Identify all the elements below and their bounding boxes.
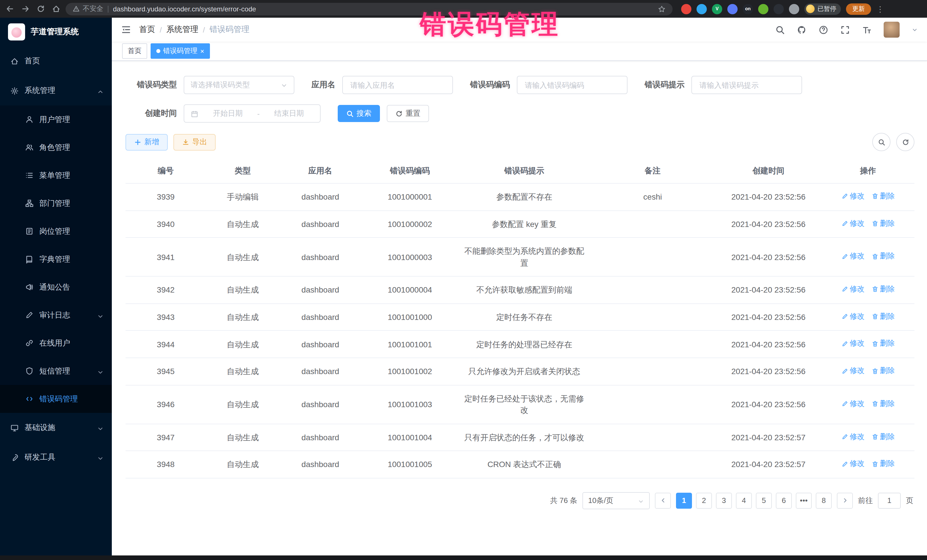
search-icon[interactable] (775, 25, 785, 35)
search-icon (346, 110, 354, 117)
user-avatar[interactable] (884, 22, 900, 38)
edit-link[interactable]: 修改 (841, 399, 865, 410)
sidebar-item-dept-management[interactable]: 部门管理 (0, 189, 112, 217)
column-header: 应用名 (280, 159, 361, 183)
next-page-button[interactable] (837, 493, 853, 509)
extension-icon[interactable] (789, 4, 799, 14)
extension-icon[interactable]: V (712, 4, 722, 14)
show-search-button[interactable] (872, 133, 891, 151)
profile-paused-badge[interactable]: 已暂停 (804, 3, 841, 15)
help-icon[interactable] (819, 25, 828, 35)
sidebar-item-dev-tools[interactable]: 研发工具 (0, 443, 112, 472)
cell-type: 自动生成 (206, 451, 280, 478)
cell-memo (590, 331, 715, 358)
fullscreen-icon[interactable] (840, 25, 850, 35)
extension-icon[interactable] (696, 4, 707, 14)
page-button[interactable]: 8 (816, 493, 832, 509)
error-hint-input[interactable] (698, 80, 795, 90)
back-icon[interactable] (6, 5, 14, 13)
delete-link[interactable]: 删除 (871, 431, 895, 442)
edit-link[interactable]: 修改 (841, 251, 865, 262)
delete-link[interactable]: 删除 (871, 191, 895, 202)
error-code-table: 编号类型应用名错误码编码错误码提示备注创建时间操作 3939手动编辑dashbo… (126, 159, 915, 478)
delete-link[interactable]: 删除 (871, 251, 895, 262)
error-code-input[interactable] (524, 80, 621, 90)
edit-link[interactable]: 修改 (841, 458, 865, 469)
edit-link[interactable]: 修改 (841, 431, 865, 442)
cell-error-message: 定时任务的处理器已经存在 (459, 331, 590, 358)
link-icon (25, 339, 33, 347)
reset-button[interactable]: 重置 (387, 105, 429, 122)
reload-icon[interactable] (36, 5, 45, 13)
app-name-input[interactable] (349, 80, 446, 90)
chevron-down-icon (97, 454, 104, 461)
create-time-range-picker[interactable]: 开始日期 - 结束日期 (184, 104, 321, 123)
sidebar-item-home[interactable]: 首页 (0, 46, 112, 76)
delete-link[interactable]: 删除 (871, 218, 895, 229)
sidebar-item-notice[interactable]: 通知公告 (0, 273, 112, 301)
delete-link[interactable]: 删除 (871, 366, 895, 376)
security-warning[interactable]: 不安全 (73, 4, 103, 14)
edit-link[interactable]: 修改 (841, 338, 865, 349)
breadcrumb-system[interactable]: 系统管理 (166, 24, 198, 35)
home-icon[interactable] (52, 5, 61, 13)
github-icon[interactable] (797, 25, 807, 35)
font-size-icon[interactable] (862, 25, 872, 35)
delete-link[interactable]: 删除 (871, 338, 895, 349)
address-bar[interactable]: 不安全 dashboard.yudao.iocoder.cn/system/er… (65, 3, 673, 15)
close-icon[interactable]: × (200, 48, 204, 55)
extension-icon[interactable] (774, 4, 784, 14)
sidebar-item-system-management[interactable]: 系统管理 (0, 76, 112, 106)
page-button[interactable]: 3 (716, 493, 732, 509)
edit-link[interactable]: 修改 (841, 366, 865, 376)
edit-link[interactable]: 修改 (841, 284, 865, 295)
sidebar-item-sms-management[interactable]: 短信管理 (0, 357, 112, 385)
delete-link[interactable]: 删除 (871, 311, 895, 322)
refresh-table-button[interactable] (896, 133, 915, 151)
page-size-select[interactable]: 10条/页 (582, 492, 650, 509)
sidebar-item-user-management[interactable]: 用户管理 (0, 106, 112, 134)
edit-link[interactable]: 修改 (841, 218, 865, 229)
page-button[interactable]: 6 (776, 493, 792, 509)
add-button[interactable]: 新增 (126, 134, 168, 150)
sidebar-item-infrastructure[interactable]: 基础设施 (0, 413, 112, 443)
sidebar-item-menu-management[interactable]: 菜单管理 (0, 161, 112, 189)
browser-update-button[interactable]: 更新 (846, 3, 871, 15)
sidebar-item-online-users[interactable]: 在线用户 (0, 329, 112, 357)
trash-icon (871, 253, 878, 260)
sidebar-item-audit-log[interactable]: 审计日志 (0, 301, 112, 329)
forward-icon[interactable] (21, 5, 30, 13)
extension-icon[interactable] (727, 4, 738, 14)
chevron-down-icon[interactable] (912, 24, 918, 35)
sidebar-item-dict-management[interactable]: 字典管理 (0, 245, 112, 273)
page-button[interactable]: 2 (696, 493, 712, 509)
sidebar-toggle-icon[interactable] (121, 24, 131, 35)
prev-page-button[interactable] (655, 493, 671, 509)
cell-operations: 修改删除 (821, 304, 915, 331)
page-button[interactable]: 1 (676, 493, 692, 509)
sidebar-item-post-management[interactable]: 岗位管理 (0, 217, 112, 245)
error-type-select[interactable]: 请选择错误码类型 (184, 76, 294, 94)
delete-link[interactable]: 删除 (871, 284, 895, 295)
edit-link[interactable]: 修改 (841, 191, 865, 202)
search-button[interactable]: 搜索 (338, 105, 380, 122)
delete-link[interactable]: 删除 (871, 458, 895, 469)
edit-link[interactable]: 修改 (841, 311, 865, 322)
breadcrumb-home[interactable]: 首页 (139, 24, 155, 35)
extension-icon[interactable]: on (743, 4, 753, 14)
extension-icon[interactable] (758, 4, 768, 14)
tab-home[interactable]: 首页 (122, 43, 147, 59)
page-button[interactable]: 5 (756, 493, 772, 509)
page-ellipsis-button[interactable]: ••• (796, 493, 812, 509)
page-button[interactable]: 4 (736, 493, 752, 509)
sidebar-item-role-management[interactable]: 角色管理 (0, 134, 112, 161)
goto-page-input[interactable] (878, 493, 901, 509)
browser-menu-icon[interactable]: ⋮ (876, 5, 884, 13)
sidebar-item-error-code-management[interactable]: 错误码管理 (0, 385, 112, 413)
tab-error-code[interactable]: 错误码管理 × (150, 43, 210, 59)
bookmark-star-icon[interactable] (658, 5, 666, 13)
export-button[interactable]: 导出 (173, 134, 216, 150)
extension-icon[interactable] (681, 4, 691, 14)
delete-link[interactable]: 删除 (871, 399, 895, 410)
logo[interactable]: 芋道管理系统 (0, 18, 112, 46)
